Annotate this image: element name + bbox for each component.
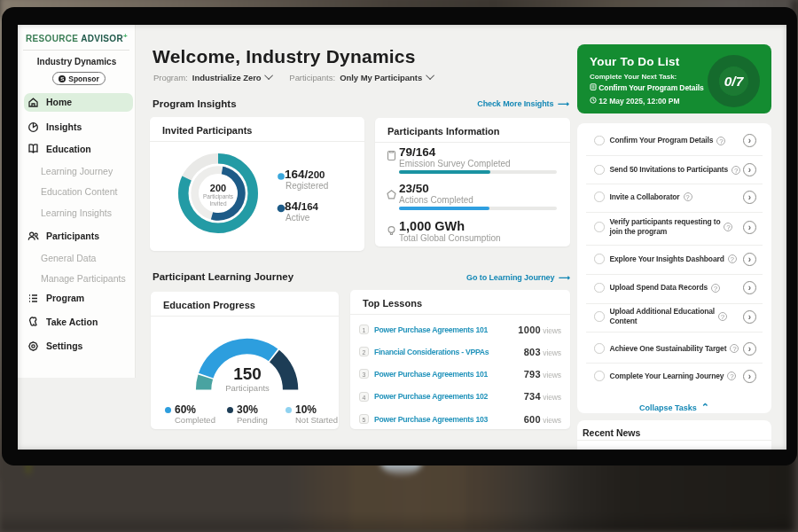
svg-text:0/7: 0/7 [724,74,745,89]
